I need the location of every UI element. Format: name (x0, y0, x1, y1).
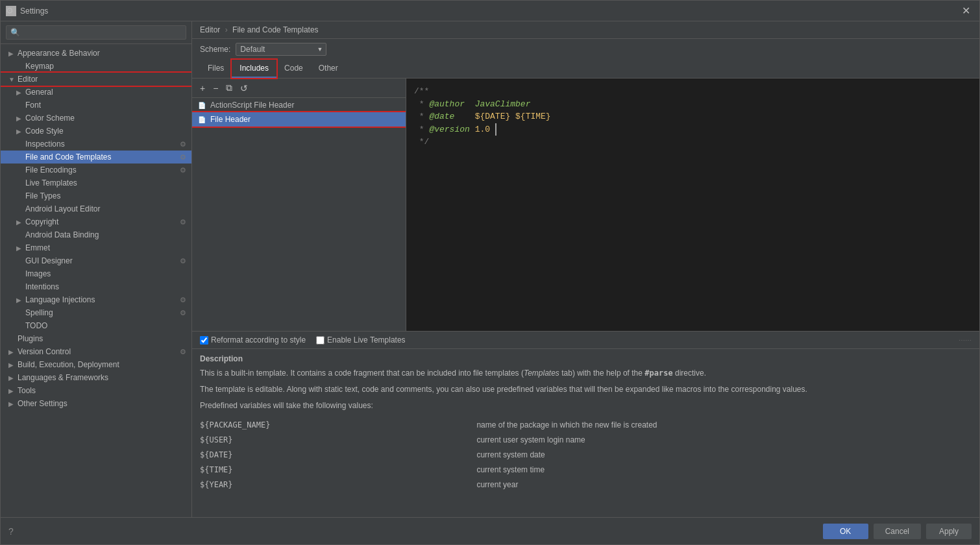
variable-name: ${YEAR} (200, 478, 476, 492)
sidebar-label-appearance: Appearance & Behavior (18, 49, 100, 58)
sidebar-label-file-code-templates: File and Code Templates (25, 152, 112, 162)
desc-p1: This is a built-in template. It contains… (200, 367, 972, 380)
toolbar-reset-button[interactable]: ↺ (238, 82, 251, 95)
sidebar-item-file-types[interactable]: File Types (1, 189, 191, 202)
arrow-icon-editor: ▼ (8, 76, 18, 83)
sidebar-item-android-data-binding[interactable]: Android Data Binding (1, 228, 191, 241)
sidebar-item-gui-designer[interactable]: GUI Designer⚙ (1, 254, 191, 267)
sidebar: ▶Appearance & BehaviorKeymap▼Editor▶Gene… (1, 21, 192, 517)
sidebar-label-keymap: Keymap (25, 62, 54, 71)
sidebar-item-intentions[interactable]: Intentions (1, 280, 191, 293)
sidebar-item-file-encodings[interactable]: File Encodings⚙ (1, 164, 191, 176)
sidebar-item-font[interactable]: Font (1, 99, 191, 112)
scheme-label: Scheme: (200, 45, 230, 54)
help-icon[interactable]: ? (8, 526, 14, 537)
sidebar-item-general[interactable]: ▶General (1, 86, 191, 99)
sidebar-item-android-layout-editor[interactable]: Android Layout Editor (1, 202, 191, 215)
sidebar-item-todo[interactable]: TODO (1, 319, 191, 332)
sidebar-label-language-injections: Language Injections (25, 295, 95, 304)
reformat-checkbox[interactable] (200, 336, 208, 345)
reformat-text: Reformat according to style (211, 335, 306, 345)
variable-name: ${DATE} (200, 448, 476, 463)
variable-row: ${DATE}current system date (200, 448, 972, 463)
toolbar-remove-button[interactable]: − (210, 82, 221, 95)
sidebar-tree: ▶Appearance & BehaviorKeymap▼Editor▶Gene… (1, 44, 191, 517)
variable-row: ${PACKAGE_NAME}name of the package in wh… (200, 418, 972, 433)
toolbar-copy-button[interactable]: ⧉ (223, 81, 235, 95)
right-panel-inner: +−⧉↺ 📄ActionScript File Header📄File Head… (192, 79, 979, 517)
tab-files[interactable]: Files (200, 60, 232, 78)
sidebar-item-other-settings[interactable]: ▶Other Settings (1, 397, 191, 410)
template-item-actionscript-header[interactable]: 📄ActionScript File Header (192, 98, 406, 112)
code-editor[interactable]: /** * @author JavaClimber * @date ${DATE… (406, 79, 979, 331)
scheme-select[interactable]: DefaultProject (236, 43, 326, 56)
tab-other[interactable]: Other (311, 60, 346, 78)
sidebar-label-intentions: Intentions (25, 282, 59, 291)
code-line-1: /** (414, 85, 972, 98)
sidebar-item-file-code-templates[interactable]: File and Code Templates⚙ (1, 151, 191, 164)
sidebar-item-version-control[interactable]: ▶Version Control⚙ (1, 345, 191, 358)
code-line-2: * @author JavaClimber (414, 98, 972, 111)
sidebar-label-file-encodings: File Encodings (25, 165, 77, 175)
toolbar-add-button[interactable]: + (197, 82, 208, 95)
breadcrumb-sep: › (225, 25, 230, 34)
variable-desc: current system time (476, 463, 972, 478)
sidebar-item-editor[interactable]: ▼Editor (1, 73, 191, 86)
ok-button[interactable]: OK (823, 524, 868, 539)
live-templates-checkbox[interactable] (316, 336, 325, 345)
sidebar-item-copyright[interactable]: ▶Copyright⚙ (1, 215, 191, 228)
variable-desc: current system date (476, 448, 972, 463)
sidebar-item-inspections[interactable]: Inspections⚙ (1, 138, 191, 151)
sidebar-item-build-execution[interactable]: ▶Build, Execution, Deployment (1, 358, 191, 371)
desc-p2: The template is editable. Along with sta… (200, 383, 972, 396)
sidebar-item-keymap[interactable]: Keymap (1, 60, 191, 73)
close-button[interactable]: ✕ (958, 3, 974, 18)
sidebar-label-color-scheme: Color Scheme (25, 114, 75, 123)
list-toolbar: +−⧉↺ (192, 79, 406, 98)
settings-window: ⚙ Settings ✕ ▶Appearance & BehaviorKeyma… (0, 0, 980, 545)
sidebar-item-languages-frameworks[interactable]: ▶Languages & Frameworks (1, 371, 191, 384)
sidebar-item-emmet[interactable]: ▶Emmet (1, 241, 191, 254)
sidebar-item-spelling[interactable]: Spelling⚙ (1, 306, 191, 319)
variable-desc: current user system login name (476, 433, 972, 448)
gear-icon-version-control: ⚙ (180, 348, 186, 356)
sidebar-label-images: Images (25, 269, 51, 278)
editor-area: +−⧉↺ 📄ActionScript File Header📄File Head… (192, 79, 979, 331)
description-body: This is a built-in template. It contains… (200, 367, 972, 493)
sidebar-item-images[interactable]: Images (1, 267, 191, 280)
search-input[interactable] (6, 25, 186, 40)
live-templates-label[interactable]: Enable Live Templates (316, 335, 406, 345)
tabs-row: FilesIncludesCodeOther (192, 60, 979, 79)
sidebar-item-appearance[interactable]: ▶Appearance & Behavior (1, 47, 191, 60)
sidebar-item-tools[interactable]: ▶Tools (1, 384, 191, 397)
description-title: Description (200, 354, 972, 363)
reformat-label[interactable]: Reformat according to style (200, 335, 306, 345)
sidebar-label-copyright: Copyright (25, 217, 58, 226)
scheme-wrapper: DefaultProject (236, 43, 326, 56)
options-strip: Reformat according to style Enable Live … (192, 331, 979, 348)
arrow-icon-languages-frameworks: ▶ (8, 374, 18, 382)
gear-icon-gui-designer: ⚙ (180, 257, 186, 265)
tab-code[interactable]: Code (276, 60, 311, 78)
apply-button[interactable]: Apply (926, 524, 972, 539)
sidebar-label-gui-designer: GUI Designer (25, 256, 73, 265)
resize-handle[interactable]: ⋯⋯ (959, 337, 972, 344)
sidebar-item-code-style[interactable]: ▶Code Style (1, 125, 191, 138)
code-line-5: */ (414, 136, 972, 149)
tab-includes[interactable]: Includes (232, 60, 276, 78)
sidebar-label-inspections: Inspections (25, 139, 65, 149)
template-item-file-header[interactable]: 📄File Header (192, 112, 406, 127)
variable-row: ${TIME}current system time (200, 463, 972, 478)
sidebar-label-tools: Tools (18, 386, 36, 395)
sidebar-label-code-style: Code Style (25, 127, 64, 136)
sidebar-label-build-execution: Build, Execution, Deployment (18, 360, 119, 369)
file-icon-actionscript-header: 📄 (197, 101, 206, 110)
cancel-button[interactable]: Cancel (874, 524, 921, 539)
variable-row: ${USER}current user system login name (200, 433, 972, 448)
arrow-icon-other-settings: ▶ (8, 400, 18, 407)
sidebar-item-live-templates[interactable]: Live Templates (1, 176, 191, 189)
sidebar-item-plugins[interactable]: Plugins (1, 332, 191, 345)
app-icon: ⚙ (6, 6, 16, 16)
sidebar-item-color-scheme[interactable]: ▶Color Scheme (1, 112, 191, 125)
sidebar-item-language-injections[interactable]: ▶Language Injections⚙ (1, 293, 191, 306)
